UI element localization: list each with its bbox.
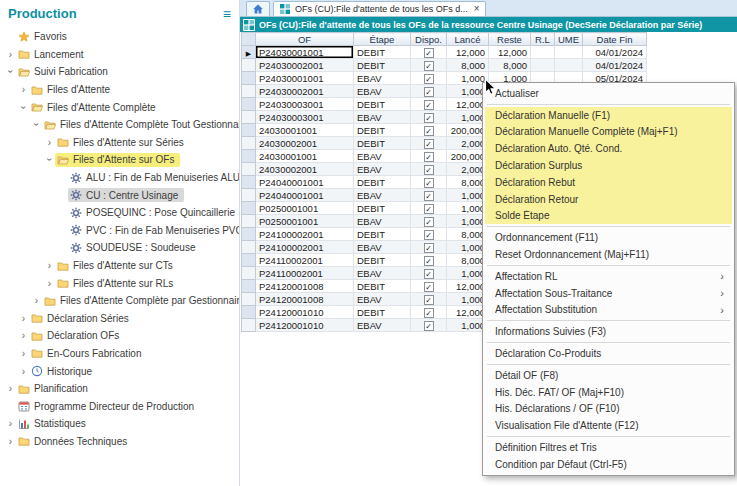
sidebar-item-statistiques[interactable]: ›Statistiques — [0, 415, 239, 433]
chevron-right-icon[interactable]: › — [18, 330, 29, 341]
row-selector[interactable] — [242, 150, 256, 163]
menu-item-ordonnancement-f11[interactable]: Ordonnancement (F11) — [485, 229, 732, 246]
sidebar-menu-icon[interactable]: ≡ — [223, 6, 231, 22]
menu-item-his-dec-fat-of-maj-f10[interactable]: His. Déc. FAT/ OF (Maj+F10) — [485, 384, 732, 401]
sidebar-item-soudeuse-soudeuse[interactable]: SOUDEUSE : Soudeuse — [0, 239, 239, 257]
chevron-right-icon[interactable]: › — [44, 278, 55, 289]
row-selector[interactable] — [242, 59, 256, 72]
table-row[interactable]: ▶P24030001001DEBIT✓12,00012,00004/01/202… — [242, 46, 647, 59]
column-header-lance[interactable]: Lancé — [447, 33, 489, 46]
dispo-checkbox[interactable]: ✓ — [424, 152, 434, 162]
dispo-checkbox[interactable]: ✓ — [424, 100, 434, 110]
sidebar-item-lancement[interactable]: ›Lancement — [0, 46, 239, 64]
dispo-checkbox[interactable]: ✓ — [424, 126, 434, 136]
select-column-header[interactable] — [242, 33, 256, 46]
sidebar-item-pvc-fin-de-fab-menuiseries-pvc[interactable]: PVC : Fin de Fab Menuiseries PVC — [0, 222, 239, 240]
row-selector[interactable] — [242, 137, 256, 150]
row-selector[interactable] — [242, 111, 256, 124]
menu-item-informations-suivies-f3[interactable]: Informations Suivies (F3) — [485, 323, 732, 340]
sidebar-item-declaration-series[interactable]: ›Déclaration Séries — [0, 310, 239, 328]
menu-item-affectation-substitution[interactable]: Affectation Substitution› — [485, 302, 732, 319]
sidebar-item-files-d-attente-complete[interactable]: ›Files d'Attente Complète — [0, 98, 239, 116]
row-selector[interactable] — [242, 124, 256, 137]
row-selector[interactable] — [242, 241, 256, 254]
chevron-right-icon[interactable]: › — [31, 295, 42, 306]
dispo-checkbox[interactable]: ✓ — [424, 217, 434, 227]
sidebar-item-files-d-attente-complete-tout-gestionnaire[interactable]: ›Files d'Attente Complète Tout Gestionna… — [0, 116, 239, 134]
dispo-checkbox[interactable]: ✓ — [424, 74, 434, 84]
dispo-checkbox[interactable]: ✓ — [424, 321, 434, 331]
column-header-of[interactable]: OF — [256, 33, 354, 46]
menu-item-declaration-manuelle-complete-maj-f1[interactable]: Déclaration Manuelle Complète (Maj+F1) — [485, 124, 732, 141]
close-icon[interactable]: × — [474, 4, 480, 14]
dispo-checkbox[interactable]: ✓ — [424, 48, 434, 58]
sidebar-item-posequinc-pose-quincaillerie[interactable]: POSEQUINC : Pose Quincaillerie — [0, 204, 239, 222]
dispo-checkbox[interactable]: ✓ — [424, 191, 434, 201]
row-selector[interactable] — [242, 202, 256, 215]
menu-item-declaration-manuelle-f1[interactable]: Déclaration Manuelle (F1) — [485, 107, 732, 124]
chevron-down-icon[interactable]: › — [44, 154, 55, 165]
menu-item-actualiser[interactable]: Actualiser — [485, 85, 732, 102]
row-selector[interactable] — [242, 267, 256, 280]
dispo-checkbox[interactable]: ✓ — [424, 61, 434, 71]
sidebar-item-files-d-attente-sur-cts[interactable]: ›Files d'Attente sur CTs — [0, 257, 239, 275]
row-selector[interactable] — [242, 176, 256, 189]
chevron-right-icon[interactable]: › — [18, 366, 29, 377]
menu-item-his-declarations-of-f10[interactable]: His. Déclarations / OF (F10) — [485, 401, 732, 418]
sidebar-item-favoris[interactable]: Favoris — [0, 28, 239, 46]
dispo-checkbox[interactable]: ✓ — [424, 113, 434, 123]
column-header-r-l[interactable]: R.L — [531, 33, 555, 46]
row-selector[interactable] — [242, 189, 256, 202]
sidebar-item-files-d-attente-sur-ofs[interactable]: ›Files d'Attente sur OFs — [0, 151, 239, 169]
sidebar-item-files-d-attente-sur-rls[interactable]: ›Files d'Attente sur RLs — [0, 274, 239, 292]
row-selector[interactable] — [242, 85, 256, 98]
dispo-checkbox[interactable]: ✓ — [424, 230, 434, 240]
column-header-reste[interactable]: Reste — [489, 33, 531, 46]
menu-item-visualisation-file-d-attente-f12[interactable]: Visualisation File d'Attente (F12) — [485, 417, 732, 434]
column-header-date-fin[interactable]: Date Fin — [583, 33, 647, 46]
row-selector[interactable]: ▶ — [242, 46, 256, 59]
chevron-right-icon[interactable]: › — [5, 383, 16, 394]
sidebar-item-donnees-techniques[interactable]: ›Données Techniques — [0, 433, 239, 451]
sidebar-item-historique[interactable]: ›Historique — [0, 362, 239, 380]
menu-item-definition-filtres-et-tris[interactable]: Définition Filtres et Tris — [485, 439, 732, 456]
chevron-right-icon[interactable]: › — [18, 313, 29, 324]
row-selector[interactable] — [242, 319, 256, 332]
dispo-checkbox[interactable]: ✓ — [424, 87, 434, 97]
menu-item-affectation-rl[interactable]: Affectation RL› — [485, 268, 732, 285]
menu-item-declaration-retour[interactable]: Déclaration Retour — [485, 191, 732, 208]
row-selector[interactable] — [242, 215, 256, 228]
chevron-right-icon[interactable]: › — [5, 49, 16, 60]
dispo-checkbox[interactable]: ✓ — [424, 243, 434, 253]
chevron-right-icon[interactable]: › — [44, 137, 55, 148]
menu-item-detail-of-f8[interactable]: Détail OF (F8) — [485, 367, 732, 384]
chevron-down-icon[interactable]: › — [5, 66, 16, 77]
table-row[interactable]: P24030002001DEBIT✓8,0008,00004/01/2024 — [242, 59, 647, 72]
chevron-right-icon[interactable]: › — [18, 348, 29, 359]
sidebar-item-suivi-fabrication[interactable]: ›Suivi Fabrication — [0, 63, 239, 81]
menu-item-solde-etape[interactable]: Solde Étape — [485, 208, 732, 225]
chevron-right-icon[interactable]: › — [5, 418, 16, 429]
row-selector[interactable] — [242, 98, 256, 111]
menu-item-reset-ordonnancement-maj-f11[interactable]: Reset Ordonnancement (Maj+F11) — [485, 246, 732, 263]
sidebar-item-files-d-attente[interactable]: ›Files d'Attente — [0, 81, 239, 99]
column-header-dispo[interactable]: Dispo. — [411, 33, 447, 46]
sidebar-item-cu-centre-usinage[interactable]: CU : Centre Usinage — [0, 186, 239, 204]
row-selector[interactable] — [242, 293, 256, 306]
dispo-checkbox[interactable]: ✓ — [424, 256, 434, 266]
dispo-checkbox[interactable]: ✓ — [424, 269, 434, 279]
row-selector[interactable] — [242, 163, 256, 176]
dispo-checkbox[interactable]: ✓ — [424, 165, 434, 175]
chevron-down-icon[interactable]: › — [31, 119, 42, 130]
dispo-checkbox[interactable]: ✓ — [424, 139, 434, 149]
menu-item-affectation-sous-traitance[interactable]: Affectation Sous-Traitance› — [485, 285, 732, 302]
sidebar-item-en-cours-fabrication[interactable]: ›En-Cours Fabrication — [0, 345, 239, 363]
chevron-right-icon[interactable]: › — [44, 260, 55, 271]
menu-item-declaration-co-produits[interactable]: Déclaration Co-Produits — [485, 345, 732, 362]
chevron-right-icon[interactable]: › — [18, 84, 29, 95]
sidebar-item-alu-fin-de-fab-menuiseries-alu[interactable]: ALU : Fin de Fab Menuiseries ALU — [0, 169, 239, 187]
dispo-checkbox[interactable]: ✓ — [424, 308, 434, 318]
sidebar-item-programme-directeur-de-production[interactable]: Programme Directeur de Production — [0, 397, 239, 415]
row-selector[interactable] — [242, 306, 256, 319]
chevron-right-icon[interactable]: › — [5, 436, 16, 447]
